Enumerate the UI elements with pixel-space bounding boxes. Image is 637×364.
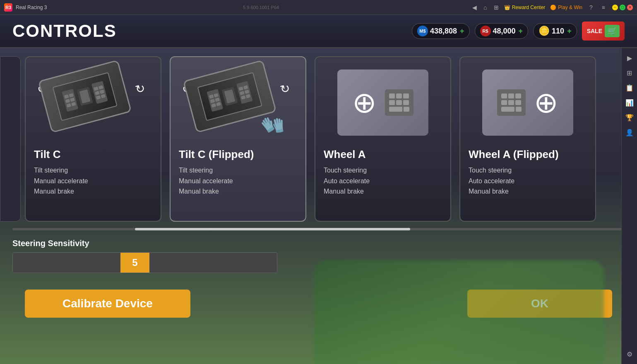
- wheel-a-flipped-desc: Touch steering Auto accelerate Manual br…: [469, 165, 587, 197]
- title-bar-right: 👑 Reward Center 🟠 Play & Win ? ≡ − □ ✕: [504, 3, 633, 12]
- nav-buttons: ◀ ⌂ ⊞: [470, 3, 500, 12]
- scroll-area: [0, 226, 637, 232]
- device-screen-flipped: [197, 72, 262, 121]
- scroll-thumb[interactable]: [135, 228, 411, 230]
- cards-area: ↺: [0, 48, 637, 222]
- app-icon: R3: [4, 3, 12, 12]
- header-bar: CONTROLS M$ 438,808 + R$ 48,000 + 🪙 110 …: [0, 15, 637, 48]
- wheel-a-flipped-illustration: ⊕: [482, 69, 573, 136]
- rotate-right-arrow: ↻: [134, 81, 147, 97]
- key-block-right-f: [207, 89, 223, 112]
- app-version: 5.9.600.1001 P64: [243, 5, 467, 10]
- slider-left-track: [13, 253, 120, 273]
- reward-center-button[interactable]: 👑 Reward Center: [504, 5, 546, 10]
- key-block-right: [91, 81, 108, 104]
- tilt-c-device: ↺: [43, 69, 143, 136]
- sidebar-icon-3[interactable]: 📋: [624, 82, 635, 93]
- play-win-label: Play & Win: [558, 5, 582, 10]
- rs-value: 48,000: [493, 27, 516, 36]
- wheel-a-card[interactable]: ⊕: [315, 56, 451, 222]
- slider-right-track: [149, 253, 277, 273]
- sidebar-icon-4[interactable]: 📊: [624, 97, 635, 108]
- tilt-c-flipped-image: ↺: [179, 65, 297, 140]
- sidebar-icon-1[interactable]: ▶: [624, 52, 635, 64]
- sidebar-icon-5[interactable]: 🏆: [624, 112, 635, 123]
- slider-handle[interactable]: 5: [120, 253, 149, 273]
- tilt-c-flipped-title: Tilt C (Flipped): [179, 148, 297, 161]
- main-content: ↺: [0, 48, 637, 364]
- sale-label: SALE: [587, 28, 602, 34]
- device-body: [38, 60, 132, 133]
- sensitivity-label: Steering Sensitivity: [12, 239, 625, 248]
- keyboard-layout-flipped: [497, 89, 526, 116]
- ms-icon: M$: [417, 26, 428, 36]
- calibrate-device-button[interactable]: Calibrate Device: [25, 290, 190, 318]
- steering-wheel-flipped-icon: ⊕: [534, 86, 558, 120]
- page-title: CONTROLS: [12, 21, 412, 41]
- menu-button[interactable]: ≡: [600, 3, 607, 12]
- sale-button[interactable]: SALE 🛒: [582, 22, 625, 41]
- ms-plus[interactable]: +: [460, 27, 464, 36]
- tilt-c-desc: Tilt steering Manual accelerate Manual b…: [34, 165, 152, 197]
- wheel-a-desc: Touch steering Auto accelerate Manual br…: [324, 165, 442, 197]
- coin-icon: 🪙: [538, 26, 550, 36]
- back-button[interactable]: ◀: [470, 3, 479, 12]
- key-block-left-f: [236, 81, 253, 104]
- keyboard-layout: [385, 89, 413, 116]
- rs-plus[interactable]: +: [519, 27, 523, 36]
- coins-value: 110: [552, 27, 564, 36]
- sensitivity-slider[interactable]: 5: [12, 252, 277, 273]
- currency-group: M$ 438,808 + R$ 48,000 + 🪙 110 + SALE 🛒: [412, 22, 625, 41]
- sidebar-icon-2[interactable]: ⊞: [624, 67, 635, 79]
- rs-icon: R$: [480, 26, 491, 36]
- rotate-right-arrow-flipped: ↻: [279, 81, 291, 97]
- title-bar: R3 Real Racing 3 5.9.600.1001 P64 ◀ ⌂ ⊞ …: [0, 0, 637, 15]
- device-screen: [52, 72, 117, 121]
- sidebar-icon-6[interactable]: 👤: [624, 127, 635, 138]
- minimize-button[interactable]: −: [612, 5, 618, 10]
- tilt-c-title: Tilt C: [34, 148, 152, 161]
- windows-button[interactable]: ⊞: [492, 3, 501, 12]
- scroll-track[interactable]: [12, 228, 625, 230]
- right-sidebar: ▶ ⊞ 📋 📊 🏆 👤 ⚙: [621, 48, 637, 364]
- ms-currency[interactable]: M$ 438,808 +: [412, 23, 470, 39]
- play-win-button[interactable]: 🟠 Play & Win: [550, 5, 582, 10]
- help-button[interactable]: ?: [587, 3, 595, 12]
- tilt-c-flipped-desc: Tilt steering Manual accelerate Manual b…: [179, 165, 297, 197]
- coins-plus[interactable]: +: [567, 27, 572, 36]
- reward-center-label: Reward Center: [512, 5, 546, 10]
- wheel-a-flipped-image: ⊕: [469, 65, 587, 140]
- app-title: Real Racing 3: [16, 5, 240, 10]
- coins-currency[interactable]: 🪙 110 +: [533, 23, 577, 39]
- steering-wheel-icon: ⊕: [352, 86, 377, 120]
- tilt-c-card[interactable]: ↺: [25, 56, 161, 222]
- play-win-icon: 🟠: [550, 5, 556, 10]
- card-partial-left: [0, 56, 21, 222]
- tilt-c-flipped-card[interactable]: ↺: [170, 56, 306, 222]
- crown-icon: 👑: [504, 5, 510, 10]
- ms-value: 438,808: [430, 27, 457, 36]
- key-block-left: [62, 89, 78, 112]
- rs-currency[interactable]: R$ 48,000 +: [475, 23, 529, 39]
- tilt-c-image: ↺: [34, 65, 152, 140]
- wheel-a-title: Wheel A: [324, 148, 442, 161]
- wheel-a-flipped-card[interactable]: ⊕ Wheel A (Flipped) Touch steering Auto …: [459, 56, 596, 222]
- wheel-a-illustration: ⊕: [337, 69, 428, 136]
- wheel-a-flipped-title: Wheel A (Flipped): [469, 148, 587, 161]
- bg-car-decoration: [314, 261, 604, 364]
- maximize-button[interactable]: □: [620, 5, 625, 10]
- close-button[interactable]: ✕: [627, 5, 633, 10]
- cart-icon: 🛒: [605, 25, 620, 37]
- sidebar-settings-icon[interactable]: ⚙: [624, 348, 635, 360]
- window-controls: − □ ✕: [612, 5, 633, 10]
- wheel-a-image: ⊕: [324, 65, 442, 140]
- home-button[interactable]: ⌂: [481, 3, 489, 12]
